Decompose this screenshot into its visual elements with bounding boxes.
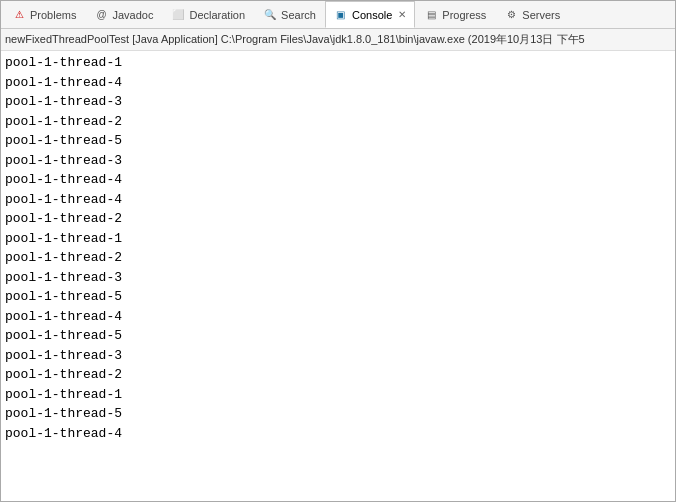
problems-icon: ⚠: [12, 8, 26, 22]
console-line: pool-1-thread-4: [5, 424, 671, 444]
console-line: pool-1-thread-3: [5, 268, 671, 288]
console-line: pool-1-thread-4: [5, 307, 671, 327]
console-line: pool-1-thread-3: [5, 346, 671, 366]
console-line: pool-1-thread-1: [5, 229, 671, 249]
tab-problems[interactable]: ⚠Problems: [3, 1, 85, 28]
console-line: pool-1-thread-2: [5, 365, 671, 385]
console-output[interactable]: pool-1-thread-1pool-1-thread-4pool-1-thr…: [1, 51, 675, 501]
tab-label-javadoc: Javadoc: [112, 9, 153, 21]
tab-search[interactable]: 🔍Search: [254, 1, 325, 28]
console-line: pool-1-thread-5: [5, 326, 671, 346]
tab-console[interactable]: ▣Console✕: [325, 1, 415, 28]
tab-label-progress: Progress: [442, 9, 486, 21]
console-line: pool-1-thread-5: [5, 404, 671, 424]
console-toolbar-text: newFixedThreadPoolTest [Java Application…: [5, 32, 585, 47]
tab-close-console[interactable]: ✕: [398, 9, 406, 20]
console-line: pool-1-thread-3: [5, 92, 671, 112]
progress-icon: ▤: [424, 8, 438, 22]
console-line: pool-1-thread-1: [5, 385, 671, 405]
console-line: pool-1-thread-2: [5, 209, 671, 229]
eclipse-window: ⚠Problems@Javadoc⬜Declaration🔍Search▣Con…: [0, 0, 676, 502]
tab-label-problems: Problems: [30, 9, 76, 21]
declaration-icon: ⬜: [171, 8, 185, 22]
search-icon: 🔍: [263, 8, 277, 22]
tab-progress[interactable]: ▤Progress: [415, 1, 495, 28]
tab-label-search: Search: [281, 9, 316, 21]
console-line: pool-1-thread-5: [5, 287, 671, 307]
console-line: pool-1-thread-4: [5, 73, 671, 93]
tab-servers[interactable]: ⚙Servers: [495, 1, 569, 28]
console-line: pool-1-thread-4: [5, 170, 671, 190]
tab-javadoc[interactable]: @Javadoc: [85, 1, 162, 28]
console-line: pool-1-thread-2: [5, 112, 671, 132]
console-line: pool-1-thread-2: [5, 248, 671, 268]
tab-bar: ⚠Problems@Javadoc⬜Declaration🔍Search▣Con…: [1, 1, 675, 29]
servers-icon: ⚙: [504, 8, 518, 22]
console-line: pool-1-thread-4: [5, 190, 671, 210]
tab-label-servers: Servers: [522, 9, 560, 21]
javadoc-icon: @: [94, 8, 108, 22]
console-icon: ▣: [334, 8, 348, 22]
tab-label-declaration: Declaration: [189, 9, 245, 21]
tab-declaration[interactable]: ⬜Declaration: [162, 1, 254, 28]
console-line: pool-1-thread-5: [5, 131, 671, 151]
console-toolbar: newFixedThreadPoolTest [Java Application…: [1, 29, 675, 51]
console-line: pool-1-thread-3: [5, 151, 671, 171]
tab-label-console: Console: [352, 9, 392, 21]
console-line: pool-1-thread-1: [5, 53, 671, 73]
